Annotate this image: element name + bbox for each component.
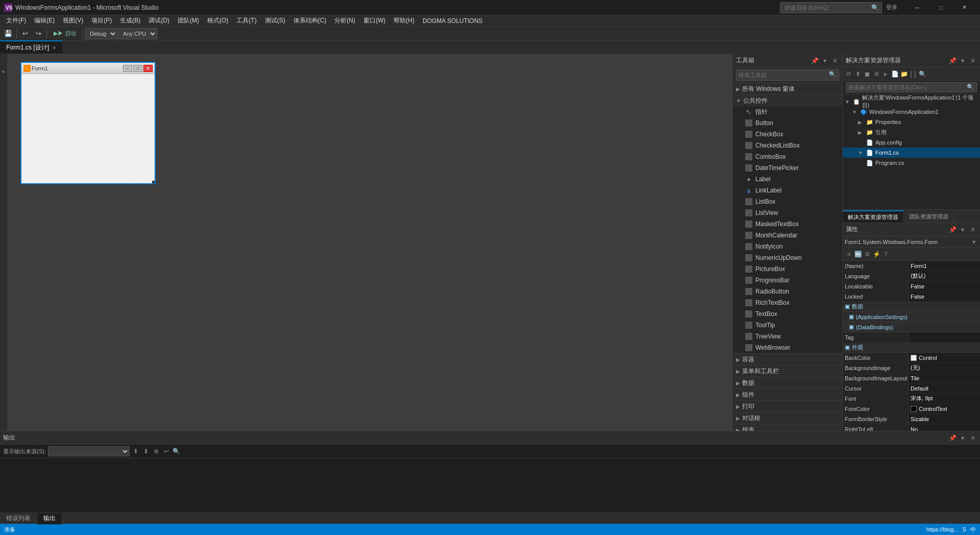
menu-item-p[interactable]: 项目(P)	[87, 15, 116, 26]
toolbox-item-richtextbox[interactable]: RichTextBox	[733, 297, 842, 308]
maximize-button[interactable]: □	[929, 0, 952, 15]
se-tb-btn2[interactable]: ⬆	[854, 70, 862, 78]
form-body[interactable]	[21, 74, 155, 183]
tree-item-solution[interactable]: ▼ 📋 解决方案'WindowsFormsApplication1'(1 个项目…	[843, 96, 980, 107]
props-tb-events[interactable]: ⚡	[872, 250, 880, 258]
toolbox-item-treeview[interactable]: TreeView	[733, 331, 842, 342]
tree-item-properties[interactable]: ▶ 📁 Properties	[843, 117, 980, 127]
bottom-tab-errors[interactable]: 错误列表	[0, 513, 37, 524]
toolbox-item-maskedtextbox[interactable]: MaskedTextBox	[733, 218, 842, 230]
output-arrow-btn[interactable]: ▾	[959, 434, 967, 442]
output-clear-btn[interactable]: ⊗	[152, 447, 160, 455]
se-arrow-btn[interactable]: ▾	[959, 57, 967, 65]
menu-item-e[interactable]: 编辑(E)	[30, 15, 59, 26]
toolbox-close-btn[interactable]: ✕	[831, 57, 839, 65]
prop-language-value[interactable]: (默认)	[909, 271, 980, 281]
debug-config-select[interactable]: Debug	[85, 28, 117, 39]
tree-item-programcs[interactable]: ▶ 📄 Program.cs	[843, 158, 980, 168]
output-source-select[interactable]	[48, 446, 130, 456]
toolbox-item-listview[interactable]: ListView	[733, 207, 842, 218]
menu-item-dogmasolutions[interactable]: DOGMA SOLUTIONS	[419, 16, 486, 26]
output-close-btn[interactable]: ✕	[969, 434, 977, 442]
toolbox-item-combobox[interactable]: ComboBox	[733, 151, 842, 162]
menu-item-w[interactable]: 窗口(W)	[359, 15, 389, 26]
se-tb-btn6[interactable]: 📄	[891, 70, 899, 78]
solution-explorer-search-input[interactable]	[846, 82, 977, 92]
props-close-btn[interactable]: ✕	[969, 226, 977, 234]
form-close-btn[interactable]: ✕	[143, 65, 153, 72]
prop-bgimglayout-value[interactable]: Tile	[909, 373, 980, 383]
prop-forecolor-value[interactable]: ControlText	[909, 404, 980, 414]
quick-launch-input[interactable]	[780, 2, 882, 13]
prop-cursor-value[interactable]: Default	[909, 383, 980, 393]
menu-item-m[interactable]: 团队(M)	[174, 15, 203, 26]
prop-fbs-value[interactable]: Sizable	[909, 414, 980, 424]
menu-item-s[interactable]: 测试(S)	[261, 15, 289, 26]
toolbox-item-picturebox[interactable]: PictureBox	[733, 263, 842, 275]
toolbox-item-numericupdown[interactable]: NumericUpDown	[733, 252, 842, 263]
design-canvas[interactable]: 🔶 Form1 ─ □ ✕	[8, 54, 732, 431]
toolbox-item-monthcalendar[interactable]: MonthCalendar	[733, 230, 842, 241]
toolbox-item-notifyicon[interactable]: NotifyIcon	[733, 241, 842, 252]
toolbox-item-datetimepicker[interactable]: DateTimePicker	[733, 162, 842, 174]
prop-name-value[interactable]: Form1	[909, 261, 980, 271]
toolbox-section-components-header[interactable]: ▶ 组件	[733, 389, 842, 400]
se-tb-btn4[interactable]: ⚙	[872, 70, 880, 78]
form-resize-handle[interactable]	[151, 179, 155, 183]
bottom-tab-output[interactable]: 输出	[37, 513, 62, 524]
login-text[interactable]: 登录	[886, 4, 897, 11]
toolbox-item-progressbar[interactable]: ProgressBar	[733, 275, 842, 286]
toolbox-item-webbrowser[interactable]: WebBrowser	[733, 342, 842, 353]
toolbox-arrow-btn[interactable]: ▾	[821, 57, 829, 65]
toolbox-section-reports-header[interactable]: ▶ 报表	[733, 424, 842, 431]
toolbox-section-menus-header[interactable]: ▶ 菜单和工具栏	[733, 366, 842, 377]
toolbox-item-label[interactable]: A Label	[733, 174, 842, 185]
tab-solution-explorer[interactable]: 解决方案资源管理器	[843, 210, 904, 223]
output-find-btn[interactable]: 🔍	[173, 447, 181, 455]
toolbox-section-common-header[interactable]: ▼ 公共控件	[733, 95, 842, 106]
prop-tag-value[interactable]	[909, 332, 980, 342]
tree-item-references[interactable]: ▶ 📁 引用	[843, 127, 980, 137]
tree-item-form1cs[interactable]: ▼ 📄 Form1.cs	[843, 148, 980, 158]
toolbox-item-checkbox[interactable]: CheckBox	[733, 129, 842, 140]
panel-resize-handle[interactable]	[731, 54, 732, 431]
menu-item-b[interactable]: 生成(B)	[116, 15, 144, 26]
form-maximize-btn[interactable]: □	[133, 65, 142, 72]
prop-font-value[interactable]: 宋体, 9pt	[909, 394, 980, 403]
toolbox-section-dialogs-header[interactable]: ▶ 对话框	[733, 412, 842, 424]
toolbox-pin-btn[interactable]: 📌	[811, 57, 819, 65]
toolbox-item-linklabel[interactable]: A LinkLabel	[733, 185, 842, 196]
se-tb-btn5[interactable]: ▸	[881, 70, 890, 78]
close-button[interactable]: ✕	[952, 0, 976, 15]
toolbox-item-button[interactable]: Button	[733, 117, 842, 129]
tab-close-button[interactable]: ✕	[52, 45, 56, 51]
se-tb-btn8[interactable]: { }	[909, 70, 917, 78]
form-minimize-btn[interactable]: ─	[123, 65, 132, 72]
tab-form1-design[interactable]: Form1.cs [设计] ✕	[0, 40, 63, 54]
toolbox-item-checkedlistbox[interactable]: CheckedListBox	[733, 140, 842, 151]
redo-button[interactable]: ↪	[32, 28, 44, 39]
form-designer-titlebar[interactable]: 🔶 Form1 ─ □ ✕	[21, 63, 155, 74]
menu-item-f[interactable]: 文件(F)	[2, 15, 30, 26]
menu-item-n[interactable]: 分析(N)	[330, 15, 359, 26]
tab-team-explorer[interactable]: 团队资源管理器	[904, 210, 954, 223]
toolbox-item-tooltip[interactable]: ToolTip	[733, 320, 842, 331]
toolbox-section-print-header[interactable]: ▶ 打印	[733, 401, 842, 412]
menu-item-c[interactable]: 体系结构(C)	[289, 15, 331, 26]
toolbox-item-pointer[interactable]: ↖ 指针	[733, 106, 842, 117]
output-filter-btn2[interactable]: ⬇	[142, 447, 150, 455]
props-tb-category[interactable]: ≡	[845, 250, 853, 258]
toolbox-search-input[interactable]	[736, 69, 839, 81]
start-button[interactable]: ▶ ▶ 启动	[49, 28, 81, 39]
props-object-arrow[interactable]: ▾	[970, 238, 978, 246]
prop-localizable-value[interactable]: False	[909, 281, 980, 291]
se-tb-btn1[interactable]: ⟳	[845, 70, 853, 78]
toolbox-item-textbox[interactable]: TextBox	[733, 308, 842, 320]
toolbox-section-data-header[interactable]: ▶ 数据	[733, 377, 842, 388]
platform-select[interactable]: Any CPU	[118, 28, 157, 39]
save-all-button[interactable]: 💾	[2, 28, 14, 39]
toolbox-item-listbox[interactable]: ListBox	[733, 196, 842, 207]
props-pin-btn[interactable]: 📌	[948, 226, 957, 234]
se-tb-btn7[interactable]: 📁	[900, 70, 908, 78]
menu-item-h[interactable]: 帮助(H)	[389, 15, 419, 26]
